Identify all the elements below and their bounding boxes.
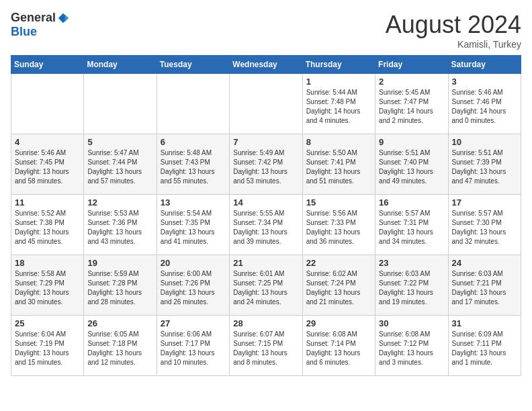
day-number: 1 (306, 77, 371, 87)
calendar-cell: 28Sunrise: 6:07 AM Sunset: 7:15 PM Dayli… (230, 316, 302, 376)
day-info: Sunrise: 5:46 AM Sunset: 7:46 PM Dayligh… (452, 88, 517, 126)
page-header: General Blue August 2024 Kamisli, Turkey (11, 11, 521, 50)
day-number: 26 (87, 318, 152, 328)
month-title: August 2024 (386, 11, 521, 39)
calendar-cell: 11Sunrise: 5:52 AM Sunset: 7:38 PM Dayli… (11, 195, 84, 255)
calendar-cell: 6Sunrise: 5:48 AM Sunset: 7:43 PM Daylig… (157, 134, 229, 195)
day-number: 2 (379, 77, 444, 87)
day-info: Sunrise: 6:03 AM Sunset: 7:22 PM Dayligh… (379, 269, 444, 307)
day-number: 23 (379, 258, 444, 268)
logo-blue-text: Blue (11, 25, 37, 39)
day-info: Sunrise: 5:46 AM Sunset: 7:45 PM Dayligh… (15, 148, 80, 186)
calendar-cell: 10Sunrise: 5:51 AM Sunset: 7:39 PM Dayli… (448, 134, 521, 195)
day-info: Sunrise: 5:53 AM Sunset: 7:36 PM Dayligh… (87, 209, 152, 246)
weekday-header-thursday: Thursday (302, 56, 375, 74)
calendar-cell: 8Sunrise: 5:50 AM Sunset: 7:41 PM Daylig… (302, 134, 375, 195)
day-number: 11 (15, 197, 80, 208)
calendar-week-4: 18Sunrise: 5:58 AM Sunset: 7:29 PM Dayli… (11, 255, 521, 316)
weekday-header-saturday: Saturday (448, 56, 521, 74)
day-number: 5 (87, 137, 152, 147)
day-number: 22 (306, 258, 371, 268)
logo-icon (57, 12, 69, 24)
calendar-cell: 5Sunrise: 5:47 AM Sunset: 7:44 PM Daylig… (84, 134, 157, 195)
calendar-cell: 27Sunrise: 6:06 AM Sunset: 7:17 PM Dayli… (157, 316, 229, 376)
calendar-cell: 24Sunrise: 6:03 AM Sunset: 7:21 PM Dayli… (448, 255, 521, 316)
day-number: 8 (306, 137, 371, 147)
day-info: Sunrise: 5:50 AM Sunset: 7:41 PM Dayligh… (306, 148, 371, 186)
calendar-week-1: 1Sunrise: 5:44 AM Sunset: 7:48 PM Daylig… (11, 74, 521, 134)
calendar-cell: 29Sunrise: 6:08 AM Sunset: 7:14 PM Dayli… (302, 316, 375, 376)
day-number: 30 (379, 318, 444, 328)
calendar-cell: 30Sunrise: 6:08 AM Sunset: 7:12 PM Dayli… (375, 316, 448, 376)
day-info: Sunrise: 5:47 AM Sunset: 7:44 PM Dayligh… (87, 148, 152, 186)
calendar-cell: 19Sunrise: 5:59 AM Sunset: 7:28 PM Dayli… (84, 255, 157, 316)
day-number: 10 (452, 137, 517, 147)
day-info: Sunrise: 5:48 AM Sunset: 7:43 PM Dayligh… (161, 148, 226, 186)
day-info: Sunrise: 6:08 AM Sunset: 7:12 PM Dayligh… (379, 330, 444, 367)
day-number: 18 (15, 258, 80, 268)
day-info: Sunrise: 6:09 AM Sunset: 7:11 PM Dayligh… (452, 330, 517, 367)
svg-marker-1 (65, 14, 69, 21)
day-info: Sunrise: 6:00 AM Sunset: 7:26 PM Dayligh… (161, 269, 226, 307)
calendar-cell: 23Sunrise: 6:03 AM Sunset: 7:22 PM Dayli… (375, 255, 448, 316)
logo-general-text: General (11, 11, 56, 25)
day-number: 19 (87, 258, 152, 268)
day-info: Sunrise: 6:02 AM Sunset: 7:24 PM Dayligh… (306, 269, 371, 307)
location-subtitle: Kamisli, Turkey (386, 39, 521, 50)
calendar-cell: 25Sunrise: 6:04 AM Sunset: 7:19 PM Dayli… (11, 316, 84, 376)
day-info: Sunrise: 6:07 AM Sunset: 7:15 PM Dayligh… (233, 330, 298, 367)
day-info: Sunrise: 5:57 AM Sunset: 7:31 PM Dayligh… (379, 209, 444, 246)
calendar-cell (11, 74, 84, 134)
weekday-header-friday: Friday (375, 56, 448, 74)
day-info: Sunrise: 5:54 AM Sunset: 7:35 PM Dayligh… (161, 209, 226, 246)
day-number: 21 (233, 258, 298, 268)
day-number: 13 (161, 197, 226, 208)
day-info: Sunrise: 6:04 AM Sunset: 7:19 PM Dayligh… (15, 330, 80, 367)
day-info: Sunrise: 6:03 AM Sunset: 7:21 PM Dayligh… (452, 269, 517, 307)
day-info: Sunrise: 5:44 AM Sunset: 7:48 PM Dayligh… (306, 88, 371, 126)
day-number: 12 (87, 197, 152, 208)
day-number: 28 (233, 318, 298, 328)
day-info: Sunrise: 6:08 AM Sunset: 7:14 PM Dayligh… (306, 330, 371, 367)
day-info: Sunrise: 5:59 AM Sunset: 7:28 PM Dayligh… (87, 269, 152, 307)
day-number: 17 (452, 197, 517, 208)
day-number: 15 (306, 197, 371, 208)
day-info: Sunrise: 5:45 AM Sunset: 7:47 PM Dayligh… (379, 88, 444, 126)
day-number: 4 (15, 137, 80, 147)
day-info: Sunrise: 5:52 AM Sunset: 7:38 PM Dayligh… (15, 209, 80, 246)
day-number: 25 (15, 318, 80, 328)
calendar-cell: 1Sunrise: 5:44 AM Sunset: 7:48 PM Daylig… (302, 74, 375, 134)
weekday-header-row: SundayMondayTuesdayWednesdayThursdayFrid… (11, 56, 521, 74)
calendar-cell: 22Sunrise: 6:02 AM Sunset: 7:24 PM Dayli… (302, 255, 375, 316)
title-block: August 2024 Kamisli, Turkey (386, 11, 521, 50)
day-info: Sunrise: 6:06 AM Sunset: 7:17 PM Dayligh… (161, 330, 226, 367)
day-number: 31 (452, 318, 517, 328)
calendar-cell (157, 74, 229, 134)
calendar-cell: 14Sunrise: 5:55 AM Sunset: 7:34 PM Dayli… (230, 195, 302, 255)
day-number: 20 (161, 258, 226, 268)
day-info: Sunrise: 5:51 AM Sunset: 7:40 PM Dayligh… (379, 148, 444, 186)
calendar-cell: 4Sunrise: 5:46 AM Sunset: 7:45 PM Daylig… (11, 134, 84, 195)
calendar-cell: 7Sunrise: 5:49 AM Sunset: 7:42 PM Daylig… (230, 134, 302, 195)
calendar-table: SundayMondayTuesdayWednesdayThursdayFrid… (11, 55, 521, 376)
calendar-cell: 12Sunrise: 5:53 AM Sunset: 7:36 PM Dayli… (84, 195, 157, 255)
weekday-header-monday: Monday (84, 56, 157, 74)
day-number: 24 (452, 258, 517, 268)
calendar-cell: 9Sunrise: 5:51 AM Sunset: 7:40 PM Daylig… (375, 134, 448, 195)
calendar-week-5: 25Sunrise: 6:04 AM Sunset: 7:19 PM Dayli… (11, 316, 521, 376)
calendar-cell: 3Sunrise: 5:46 AM Sunset: 7:46 PM Daylig… (448, 74, 521, 134)
calendar-cell: 26Sunrise: 6:05 AM Sunset: 7:18 PM Dayli… (84, 316, 157, 376)
day-number: 29 (306, 318, 371, 328)
day-number: 16 (379, 197, 444, 208)
day-info: Sunrise: 5:55 AM Sunset: 7:34 PM Dayligh… (233, 209, 298, 246)
day-number: 6 (161, 137, 226, 147)
calendar-cell: 16Sunrise: 5:57 AM Sunset: 7:31 PM Dayli… (375, 195, 448, 255)
weekday-header-wednesday: Wednesday (230, 56, 302, 74)
calendar-cell (84, 74, 157, 134)
day-info: Sunrise: 6:01 AM Sunset: 7:25 PM Dayligh… (233, 269, 298, 307)
day-info: Sunrise: 5:56 AM Sunset: 7:33 PM Dayligh… (306, 209, 371, 246)
logo: General Blue (11, 11, 69, 39)
day-number: 9 (379, 137, 444, 147)
day-info: Sunrise: 5:49 AM Sunset: 7:42 PM Dayligh… (233, 148, 298, 186)
calendar-cell: 20Sunrise: 6:00 AM Sunset: 7:26 PM Dayli… (157, 255, 229, 316)
